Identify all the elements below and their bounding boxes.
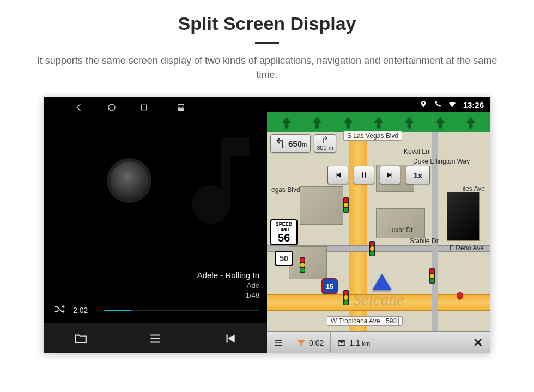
- lane-arrow-icon: [279, 114, 294, 131]
- speed-limit-sign: SPEED LIMIT 56: [270, 219, 298, 245]
- progress-bar[interactable]: [104, 310, 259, 311]
- page-description: It supports the same screen display of t…: [27, 53, 507, 82]
- street-label: W Tropicana Ave 593: [327, 316, 403, 326]
- turn-primary-distance: 650: [288, 139, 302, 148]
- street-label: egas Blvd: [268, 185, 304, 194]
- lane-arrow-icon: [371, 114, 386, 131]
- music-player-pane: Adele - Rolling In Ade 1/48 2:02: [44, 97, 267, 353]
- trip-distance-cell: 1.1 km: [331, 332, 377, 353]
- building: [300, 186, 343, 225]
- current-position-icon: [372, 274, 392, 290]
- turn-secondary-distance: 300: [317, 144, 326, 151]
- street-label: Koval Ln: [400, 147, 433, 156]
- turn-right-icon: ↱: [321, 136, 329, 144]
- android-navbar: [44, 97, 267, 118]
- lane-guidance-band: [267, 112, 490, 132]
- title-underline: [255, 42, 279, 44]
- street-label: Stabile Dr: [406, 237, 442, 245]
- svg-point-0: [108, 104, 115, 111]
- lane-arrow-icon: [402, 114, 417, 131]
- street-label: E Reno Ave: [446, 244, 487, 252]
- street-label: iles Ave: [459, 184, 488, 193]
- lane-arrow-icon: [463, 114, 478, 131]
- trip-time-cell: 0:02: [290, 332, 331, 353]
- traffic-light-icon: [369, 241, 375, 256]
- traffic-light-icon: [429, 268, 435, 284]
- album-art-area: [44, 118, 267, 270]
- speed-limit-value: 56: [271, 232, 296, 243]
- lane-arrow-icon: [310, 114, 325, 131]
- shuffle-icon[interactable]: [53, 303, 65, 317]
- traffic-light-icon: [343, 290, 349, 305]
- nav-bottom-bar: 0:02 1.1 km ✕: [267, 331, 490, 353]
- speed-limit-label: SPEED LIMIT: [271, 221, 296, 232]
- building: [289, 246, 327, 279]
- interstate-shield: 15: [321, 278, 338, 294]
- turn-secondary-unit: m: [329, 144, 333, 151]
- turn-secondary-card: ↱ 300 m: [314, 134, 336, 153]
- recents-icon[interactable]: [139, 103, 148, 112]
- wifi-icon: [448, 100, 457, 110]
- page-title: Split Screen Display: [0, 0, 534, 34]
- nav-menu-button[interactable]: [267, 332, 290, 353]
- progress-fill: [104, 310, 131, 311]
- clock-label: 13:26: [463, 100, 484, 110]
- map-playback-controls: 1x: [327, 166, 430, 184]
- traffic-light-icon: [343, 197, 349, 213]
- traffic-light-icon: [300, 257, 305, 273]
- map-next-button[interactable]: [380, 166, 400, 184]
- playlist-icon[interactable]: [148, 331, 162, 346]
- turn-primary-unit: m: [302, 141, 307, 148]
- street-label: Luxor Dr: [385, 226, 416, 234]
- building-dark: [447, 192, 480, 241]
- turn-instructions: ↰ 650m ↱ 300 m: [270, 134, 336, 153]
- picture-icon[interactable]: [177, 103, 185, 112]
- home-icon[interactable]: [107, 102, 117, 112]
- turn-primary-card: ↰ 650m: [270, 134, 311, 153]
- map-speed-button[interactable]: 1x: [406, 166, 430, 184]
- status-bar: 13:26: [267, 97, 490, 112]
- track-counter: 1/48: [44, 291, 259, 300]
- svg-rect-1: [141, 105, 146, 110]
- route-shield: 50: [275, 251, 293, 266]
- street-label: S Las Vegas Blvd: [343, 131, 402, 141]
- back-icon[interactable]: [74, 102, 84, 112]
- track-artist: Ade: [44, 281, 259, 291]
- map-canvas[interactable]: S Las Vegas Blvd Koval Ln Duke Ellington…: [267, 132, 490, 331]
- folder-icon[interactable]: [74, 331, 88, 346]
- map-pause-button[interactable]: [354, 166, 374, 184]
- previous-track-icon[interactable]: [223, 331, 237, 346]
- street-label: Duke Ellington Way: [410, 157, 473, 166]
- nav-close-button[interactable]: ✕: [465, 336, 490, 350]
- map-prev-button[interactable]: [327, 166, 348, 184]
- progress-row: 2:02: [44, 300, 267, 323]
- player-bottom-bar: [44, 323, 267, 353]
- phone-icon: [434, 100, 441, 110]
- device-frame: Adele - Rolling In Ade 1/48 2:02: [44, 97, 490, 353]
- elapsed-time: 2:02: [73, 306, 96, 315]
- track-info: Adele - Rolling In Ade 1/48: [44, 270, 267, 300]
- turn-left-icon: ↰: [274, 136, 286, 150]
- play-lens-button[interactable]: [110, 161, 148, 200]
- location-icon: [420, 100, 427, 110]
- music-note-icon: [163, 123, 278, 238]
- navigation-pane: 13:26 S Las Vegas Blvd Koval L: [267, 97, 490, 353]
- lane-arrow-icon: [433, 114, 448, 131]
- trip-distance-unit: km: [362, 340, 371, 347]
- trip-elapsed: 0:02: [309, 339, 324, 347]
- track-title: Adele - Rolling In: [44, 270, 259, 281]
- lane-arrow-icon: [341, 114, 356, 131]
- trip-distance: 1.1: [349, 339, 360, 347]
